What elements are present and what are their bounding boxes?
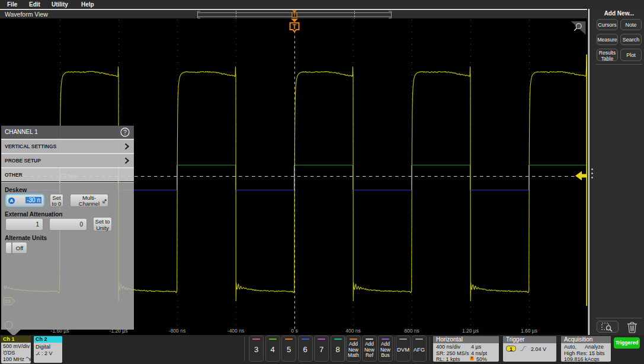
svg-text:Waveform View: Waveform View (5, 11, 48, 18)
svg-text:1.20 µs: 1.20 µs (462, 328, 479, 334)
svg-text:400 ns: 400 ns (345, 328, 361, 334)
svg-text:T: T (293, 13, 296, 17)
svg-text:-400 ns: -400 ns (228, 328, 244, 334)
svg-text:0 s: 0 s (291, 328, 297, 334)
svg-text:1.60 µs: 1.60 µs (521, 328, 537, 334)
svg-text:?: ? (123, 129, 127, 136)
svg-text:-800 ns: -800 ns (169, 328, 185, 334)
svg-text:T: T (293, 23, 297, 30)
svg-text:800 ns: 800 ns (404, 328, 419, 334)
